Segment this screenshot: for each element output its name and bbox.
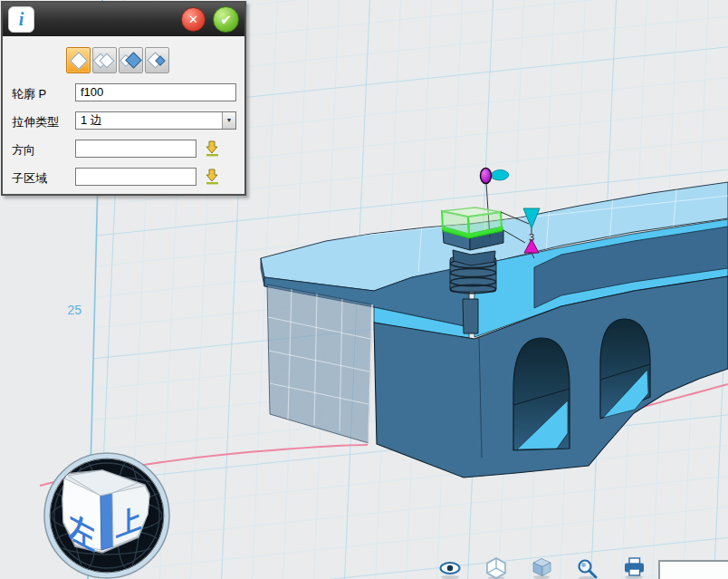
cancel-x-icon: ✕ [188,13,198,26]
blue-diamond-icon [125,52,141,68]
arch-opening[interactable] [513,338,570,450]
direction-label: 方向 [12,142,35,159]
direction-input[interactable] [75,140,196,158]
corner-panel [658,560,728,579]
subregion-picker-button[interactable] [203,168,221,186]
profile-double-diamond-button[interactable] [92,47,117,73]
profile-input[interactable]: f100 [75,83,236,101]
profile-label: 轮廓 P [12,86,46,102]
profile-single-diamond-button[interactable] [66,47,91,73]
confirm-check-icon: ✔ [220,12,232,28]
pick-arrow-icon [204,140,221,157]
view-cube-front-edge[interactable] [101,493,113,550]
subregion-label: 子区域 [12,170,47,187]
extrude-type-value: 1 边 [81,113,102,127]
extrude-property-dialog: i ✕ ✔ [1,1,246,196]
info-icon[interactable]: i [8,6,34,33]
grid-ruler-label: 25 [67,303,81,317]
diamond-icon [70,52,88,70]
visibility-icon[interactable] [441,563,460,574]
profile-value: f100 [81,85,103,99]
direction-picker-button[interactable] [203,140,221,158]
extrude-type-select[interactable]: 1 边 ▼ [75,111,236,130]
dialog-titlebar[interactable]: i ✕ ✔ [3,3,244,36]
cancel-button[interactable]: ✕ [181,7,206,32]
pick-arrow-icon [204,168,221,185]
view-cube[interactable]: 左 上 前 [44,453,169,578]
info-glyph: i [19,9,24,30]
extrude-type-label: 拉伸类型 [12,114,59,130]
chevron-down-icon[interactable]: ▼ [222,112,235,129]
profile-diamond-dot-button[interactable] [145,47,169,73]
cad-application-window: 25 [0,0,728,579]
subregion-input[interactable] [75,168,196,186]
profile-mode-toolbar [66,47,169,73]
wireframe-cube-icon[interactable] [487,558,505,578]
profile-diamond-blue-button[interactable] [119,47,143,73]
confirm-button[interactable]: ✔ [213,6,239,33]
